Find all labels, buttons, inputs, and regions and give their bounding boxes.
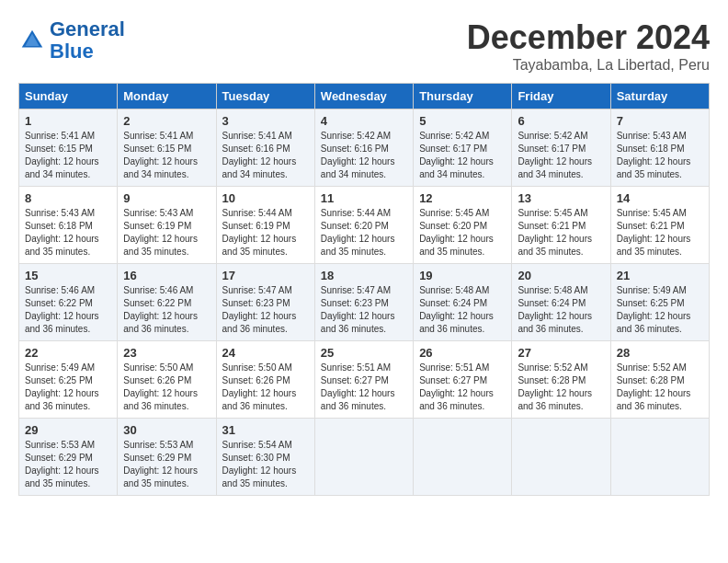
day-info: Sunrise: 5:53 AMSunset: 6:29 PMDaylight:…	[25, 439, 111, 490]
day-info: Sunrise: 5:46 AMSunset: 6:22 PMDaylight:…	[123, 284, 210, 336]
calendar-day-cell: 6 Sunrise: 5:42 AMSunset: 6:17 PMDayligh…	[512, 109, 610, 187]
day-info: Sunrise: 5:51 AMSunset: 6:27 PMDaylight:…	[419, 362, 506, 413]
calendar-day-cell: 19 Sunrise: 5:48 AMSunset: 6:24 PMDaylig…	[414, 264, 512, 341]
col-wednesday: Wednesday	[314, 84, 413, 109]
day-info: Sunrise: 5:47 AMSunset: 6:23 PMDaylight:…	[222, 284, 309, 336]
day-info: Sunrise: 5:42 AMSunset: 6:17 PMDaylight:…	[419, 130, 506, 181]
calendar-day-cell: 28 Sunrise: 5:52 AMSunset: 6:28 PMDaylig…	[610, 341, 709, 419]
calendar-day-cell: 7 Sunrise: 5:43 AMSunset: 6:18 PMDayligh…	[610, 109, 709, 187]
day-number: 22	[25, 346, 111, 360]
col-tuesday: Tuesday	[216, 84, 314, 109]
calendar-body: 1 Sunrise: 5:41 AMSunset: 6:15 PMDayligh…	[19, 109, 710, 496]
calendar-day-cell: 25 Sunrise: 5:51 AMSunset: 6:27 PMDaylig…	[314, 341, 413, 419]
day-number: 30	[123, 423, 210, 437]
day-number: 5	[419, 114, 506, 128]
calendar-day-cell: 27 Sunrise: 5:52 AMSunset: 6:28 PMDaylig…	[512, 341, 610, 419]
day-number: 12	[419, 191, 506, 205]
day-info: Sunrise: 5:44 AMSunset: 6:19 PMDaylight:…	[222, 207, 309, 259]
day-info: Sunrise: 5:53 AMSunset: 6:29 PMDaylight:…	[123, 439, 210, 490]
day-number: 8	[25, 191, 111, 205]
day-number: 23	[123, 346, 210, 360]
calendar-day-cell: 31 Sunrise: 5:54 AMSunset: 6:30 PMDaylig…	[216, 419, 314, 496]
day-number: 3	[222, 114, 309, 128]
calendar-day-cell: 8 Sunrise: 5:43 AMSunset: 6:18 PMDayligh…	[19, 187, 118, 264]
day-number: 10	[222, 191, 309, 205]
day-number: 1	[25, 114, 111, 128]
calendar-day-cell: 12 Sunrise: 5:45 AMSunset: 6:20 PMDaylig…	[414, 187, 512, 264]
day-number: 2	[123, 114, 210, 128]
day-number: 18	[321, 269, 407, 282]
day-info: Sunrise: 5:50 AMSunset: 6:26 PMDaylight:…	[222, 362, 309, 413]
calendar-day-cell: 16 Sunrise: 5:46 AMSunset: 6:22 PMDaylig…	[118, 264, 216, 341]
col-thursday: Thursday	[414, 84, 512, 109]
calendar-day-cell: 17 Sunrise: 5:47 AMSunset: 6:23 PMDaylig…	[216, 264, 314, 341]
day-info: Sunrise: 5:42 AMSunset: 6:16 PMDaylight:…	[321, 130, 407, 181]
day-info: Sunrise: 5:48 AMSunset: 6:24 PMDaylight:…	[419, 284, 506, 336]
day-info: Sunrise: 5:41 AMSunset: 6:16 PMDaylight:…	[222, 130, 309, 181]
calendar-week-row: 15 Sunrise: 5:46 AMSunset: 6:22 PMDaylig…	[19, 264, 710, 341]
day-number: 16	[123, 269, 210, 282]
day-number: 31	[222, 423, 309, 437]
logo-text: General Blue	[50, 18, 125, 63]
day-number: 7	[617, 114, 703, 128]
calendar-day-cell: 18 Sunrise: 5:47 AMSunset: 6:23 PMDaylig…	[314, 264, 413, 341]
day-info: Sunrise: 5:52 AMSunset: 6:28 PMDaylight:…	[617, 362, 703, 413]
calendar-week-row: 29 Sunrise: 5:53 AMSunset: 6:29 PMDaylig…	[19, 419, 710, 496]
col-monday: Monday	[118, 84, 216, 109]
day-info: Sunrise: 5:41 AMSunset: 6:15 PMDaylight:…	[123, 130, 210, 181]
day-info: Sunrise: 5:42 AMSunset: 6:17 PMDaylight:…	[518, 130, 604, 181]
day-number: 19	[419, 269, 506, 282]
day-number: 20	[518, 269, 604, 282]
day-number: 6	[518, 114, 604, 128]
day-number: 27	[518, 346, 604, 360]
day-number: 25	[321, 346, 407, 360]
day-info: Sunrise: 5:45 AMSunset: 6:21 PMDaylight:…	[518, 207, 604, 259]
col-friday: Friday	[512, 84, 610, 109]
empty-cell	[610, 419, 709, 496]
calendar-header-row: Sunday Monday Tuesday Wednesday Thursday…	[19, 84, 710, 109]
calendar-day-cell: 22 Sunrise: 5:49 AMSunset: 6:25 PMDaylig…	[19, 341, 118, 419]
calendar-day-cell: 23 Sunrise: 5:50 AMSunset: 6:26 PMDaylig…	[118, 341, 216, 419]
day-number: 17	[222, 269, 309, 282]
calendar-week-row: 22 Sunrise: 5:49 AMSunset: 6:25 PMDaylig…	[19, 341, 710, 419]
day-info: Sunrise: 5:46 AMSunset: 6:22 PMDaylight:…	[25, 284, 111, 336]
day-info: Sunrise: 5:44 AMSunset: 6:20 PMDaylight:…	[321, 207, 407, 259]
logo: General Blue	[18, 18, 125, 63]
page-header: General Blue December 2024 Tayabamba, La…	[18, 18, 710, 74]
title-area: December 2024 Tayabamba, La Libertad, Pe…	[467, 18, 710, 74]
day-info: Sunrise: 5:48 AMSunset: 6:24 PMDaylight:…	[518, 284, 604, 336]
day-number: 13	[518, 191, 604, 205]
day-number: 4	[321, 114, 407, 128]
calendar-day-cell: 4 Sunrise: 5:42 AMSunset: 6:16 PMDayligh…	[314, 109, 413, 187]
day-number: 11	[321, 191, 407, 205]
day-info: Sunrise: 5:43 AMSunset: 6:18 PMDaylight:…	[25, 207, 111, 259]
empty-cell	[512, 419, 610, 496]
day-info: Sunrise: 5:54 AMSunset: 6:30 PMDaylight:…	[222, 439, 309, 490]
calendar-day-cell: 24 Sunrise: 5:50 AMSunset: 6:26 PMDaylig…	[216, 341, 314, 419]
calendar-day-cell: 13 Sunrise: 5:45 AMSunset: 6:21 PMDaylig…	[512, 187, 610, 264]
day-info: Sunrise: 5:41 AMSunset: 6:15 PMDaylight:…	[25, 130, 111, 181]
calendar-day-cell: 10 Sunrise: 5:44 AMSunset: 6:19 PMDaylig…	[216, 187, 314, 264]
calendar-day-cell: 14 Sunrise: 5:45 AMSunset: 6:21 PMDaylig…	[610, 187, 709, 264]
location-title: Tayabamba, La Libertad, Peru	[467, 57, 710, 74]
day-info: Sunrise: 5:49 AMSunset: 6:25 PMDaylight:…	[25, 362, 111, 413]
calendar-day-cell: 1 Sunrise: 5:41 AMSunset: 6:15 PMDayligh…	[19, 109, 118, 187]
day-info: Sunrise: 5:45 AMSunset: 6:20 PMDaylight:…	[419, 207, 506, 259]
month-title: December 2024	[467, 18, 710, 57]
empty-cell	[314, 419, 413, 496]
empty-cell	[414, 419, 512, 496]
day-info: Sunrise: 5:47 AMSunset: 6:23 PMDaylight:…	[321, 284, 407, 336]
day-number: 21	[617, 269, 703, 282]
calendar-day-cell: 20 Sunrise: 5:48 AMSunset: 6:24 PMDaylig…	[512, 264, 610, 341]
day-info: Sunrise: 5:49 AMSunset: 6:25 PMDaylight:…	[617, 284, 703, 336]
calendar-week-row: 8 Sunrise: 5:43 AMSunset: 6:18 PMDayligh…	[19, 187, 710, 264]
calendar-day-cell: 9 Sunrise: 5:43 AMSunset: 6:19 PMDayligh…	[118, 187, 216, 264]
calendar-week-row: 1 Sunrise: 5:41 AMSunset: 6:15 PMDayligh…	[19, 109, 710, 187]
calendar-day-cell: 2 Sunrise: 5:41 AMSunset: 6:15 PMDayligh…	[118, 109, 216, 187]
day-number: 26	[419, 346, 506, 360]
day-info: Sunrise: 5:51 AMSunset: 6:27 PMDaylight:…	[321, 362, 407, 413]
calendar-day-cell: 30 Sunrise: 5:53 AMSunset: 6:29 PMDaylig…	[118, 419, 216, 496]
logo-icon	[18, 27, 46, 54]
day-info: Sunrise: 5:50 AMSunset: 6:26 PMDaylight:…	[123, 362, 210, 413]
day-info: Sunrise: 5:52 AMSunset: 6:28 PMDaylight:…	[518, 362, 604, 413]
